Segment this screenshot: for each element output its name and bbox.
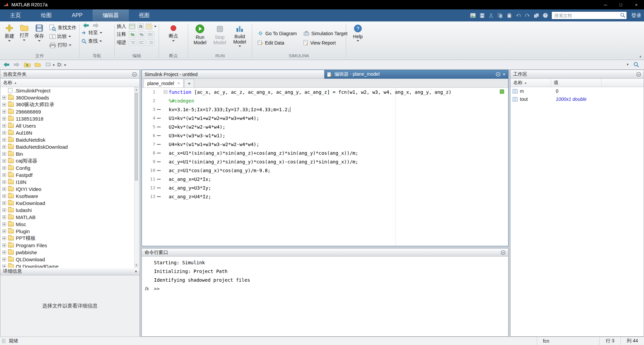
workspace-row[interactable]: tout1000x1 double xyxy=(511,95,644,103)
expand-icon[interactable] xyxy=(2,251,6,254)
simulink-project-panel-header[interactable]: Simulink Project - untitled xyxy=(142,70,324,79)
code-line[interactable]: 2%#codegen xyxy=(142,96,508,105)
panel-actions-icon[interactable] xyxy=(132,72,137,77)
open-button[interactable]: 打开 xyxy=(17,23,32,53)
expand-icon[interactable] xyxy=(2,187,6,191)
expand-icon[interactable] xyxy=(2,265,6,268)
wrap-comments-button[interactable] xyxy=(147,31,154,38)
cut-icon[interactable] xyxy=(488,12,494,18)
code-line[interactable]: 8ac_x=U1*(sin(ang_x)*sin(ang_z)+cos(ang_… xyxy=(142,149,508,157)
uncomment-button[interactable]: % xyxy=(138,31,145,38)
panel-actions-icon[interactable] xyxy=(636,72,641,77)
workspace-column-headers[interactable]: 名称 ▲ 值 xyxy=(511,79,644,87)
indent-left-button[interactable] xyxy=(138,39,145,46)
insert-section-button[interactable] xyxy=(129,23,136,30)
expand-icon[interactable] xyxy=(2,201,6,205)
indent-right-button[interactable] xyxy=(147,39,154,46)
folder-row[interactable]: QLDownload xyxy=(0,256,140,263)
save-button[interactable]: 保存 xyxy=(32,23,47,53)
panel-actions-icon[interactable] xyxy=(496,72,500,77)
folder-row[interactable]: PPT模板 xyxy=(0,235,140,242)
folder-name-column-header[interactable]: 名称 ▲ xyxy=(0,79,140,87)
sign-in-link[interactable]: 登录 xyxy=(631,12,641,19)
expand-icon[interactable] xyxy=(2,124,6,128)
expand-icon[interactable] xyxy=(2,110,6,114)
save-icon[interactable] xyxy=(479,12,485,18)
folder-row[interactable]: ludashi xyxy=(0,207,140,214)
paste-icon[interactable] xyxy=(506,12,512,18)
maximize-button[interactable]: □ xyxy=(613,0,629,9)
find-button[interactable]: 查找 xyxy=(82,38,112,45)
expand-icon[interactable] xyxy=(2,96,6,99)
collapse-ribbon-icon[interactable]: ▴ xyxy=(639,54,641,58)
code-line[interactable]: 3kv=3.1e-5;Ix=17.333;Iy=17.33;Iz=4.33;m=… xyxy=(142,105,508,114)
code-line[interactable]: 13ac_ang_z=U4*Iz; xyxy=(142,192,508,201)
folder-row[interactable]: BaiduNetdisk xyxy=(0,136,140,143)
code-line[interactable]: 4U1=kv*(w1*w1+w2*w2+w3*w3+w4*w4); xyxy=(142,114,508,123)
code-line[interactable]: 11ac_ang_x=U2*Ix; xyxy=(142,175,508,184)
undo-icon[interactable] xyxy=(515,12,521,18)
build-model-button[interactable]: Build Model xyxy=(230,23,250,53)
view-report-button[interactable]: View Report xyxy=(304,39,347,47)
breakpoint-dash-icon[interactable] xyxy=(155,114,163,123)
folder-row[interactable]: .SimulinkProject xyxy=(0,87,140,94)
insert-function-button[interactable]: fx xyxy=(137,23,144,30)
folder-row[interactable]: caj阅读器 xyxy=(0,157,140,164)
code-line[interactable]: 10ac_z=U1*cos(ang_x)*cos(ang_y)/m-9.8; xyxy=(142,166,508,175)
comment-button[interactable]: % xyxy=(129,31,136,38)
search-folder-button[interactable] xyxy=(633,61,640,68)
breakpoint-dash-icon[interactable] xyxy=(155,184,163,192)
breakpoint-dash-icon[interactable] xyxy=(155,123,163,131)
back-arrow-button[interactable] xyxy=(83,23,89,28)
code-line[interactable]: 7U4=kv*(w1*w1+w3*w3-w2*w2-w4*w4); xyxy=(142,140,508,149)
edit-data-button[interactable]: Edit Data xyxy=(258,39,297,47)
close-button[interactable]: × xyxy=(629,0,644,9)
back-button[interactable] xyxy=(3,61,10,68)
workspace-name-column[interactable]: 名称 ▲ xyxy=(511,79,551,87)
simulation-target-button[interactable]: Simulation Target xyxy=(304,29,347,38)
folder-row[interactable]: Ksoftware xyxy=(0,193,140,200)
search-icon[interactable] xyxy=(620,13,625,18)
command-window-body[interactable]: Starting: SimulinkInitializing: Project … xyxy=(142,257,508,336)
copy-icon[interactable] xyxy=(497,12,503,18)
code-line[interactable]: 1function [ac_x, ac_y, ac_z, ac_ang_x, a… xyxy=(142,88,508,96)
editor-tab-plane-model[interactable]: plane_model × xyxy=(144,79,183,87)
folder-row[interactable]: KwDownload xyxy=(0,200,140,207)
scrollbar-thumb[interactable] xyxy=(135,93,138,181)
close-tab-icon[interactable]: × xyxy=(177,81,180,86)
recent-folders-dropdown-icon[interactable]: ▾ xyxy=(627,62,629,67)
up-folder-button[interactable] xyxy=(23,61,31,68)
new-button[interactable]: 新建 xyxy=(2,23,17,53)
breakpoint-dash-icon[interactable] xyxy=(155,192,163,201)
scroll-up-icon[interactable]: ▲ xyxy=(135,87,138,92)
command-window-header[interactable]: 命令行窗口 xyxy=(142,249,508,257)
folder-row[interactable]: Config xyxy=(0,164,140,171)
browse-folder-button[interactable] xyxy=(34,61,41,68)
stop-model-button[interactable]: Stop Model xyxy=(210,23,229,53)
ribbon-tab-editor[interactable]: 编辑器 xyxy=(93,9,129,21)
redo-icon[interactable] xyxy=(524,12,530,18)
print-button[interactable]: 打印 xyxy=(49,42,76,49)
ribbon-tab-apps[interactable]: APP xyxy=(62,9,93,21)
expand-icon[interactable] xyxy=(2,244,6,247)
run-model-button[interactable]: Run Model xyxy=(190,23,210,53)
minimize-button[interactable]: ─ xyxy=(598,0,613,9)
folder-row[interactable]: Bin xyxy=(0,150,140,157)
code-line[interactable]: 9ac_y=U1*(sin(ang_z)*sin(ang_y)*cos(ang_… xyxy=(142,157,508,166)
expand-icon[interactable] xyxy=(2,131,6,135)
smart-indent-button[interactable] xyxy=(129,39,136,46)
breakpoints-button[interactable]: 断点 xyxy=(165,23,182,53)
folder-row[interactable]: 1138513918 xyxy=(0,115,140,122)
switch-windows-icon[interactable] xyxy=(533,12,539,18)
folder-row[interactable]: QLDownloadGame xyxy=(0,263,140,268)
expand-icon[interactable] xyxy=(2,194,6,198)
folder-row[interactable]: MATLAB xyxy=(0,214,140,221)
code-editor[interactable]: 1function [ac_x, ac_y, ac_z, ac_ang_x, a… xyxy=(142,88,508,246)
expand-icon[interactable] xyxy=(2,180,6,184)
editor-panel-header[interactable]: 编辑器 - plane_model × xyxy=(324,70,508,79)
folder-row[interactable]: I18N xyxy=(0,179,140,186)
code-line[interactable]: 5U2=kv*(w2*w2-w4*w4); xyxy=(142,123,508,131)
ribbon-tab-plots[interactable]: 绘图 xyxy=(31,9,62,21)
breakpoint-dash-icon[interactable] xyxy=(155,105,163,114)
expand-icon[interactable] xyxy=(2,145,6,149)
